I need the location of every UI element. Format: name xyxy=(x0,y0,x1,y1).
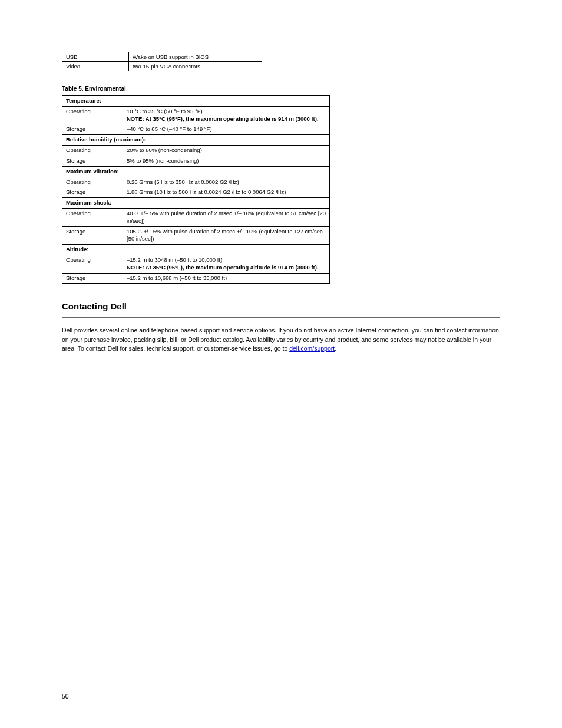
row-alt-op-label: Operating xyxy=(62,255,123,274)
cell-usb-label: USB xyxy=(62,52,129,62)
page-number: 50 xyxy=(62,693,69,700)
row-temp-st-value: –40 °C to 65 °C (–40 °F to 149 °F) xyxy=(123,124,330,135)
contacting-dell-paragraph: Dell provides several online and telepho… xyxy=(62,326,500,353)
row-shock-op-value: 40 G +/– 5% with pulse duration of 2 mse… xyxy=(123,208,330,226)
row-temp-header: Temperature: xyxy=(62,96,330,107)
environmental-table: Temperature: Operating 10 °C to 35 °C (5… xyxy=(62,95,330,284)
row-alt-op-value: –15.2 m to 3048 m (–50 ft to 10,000 ft) … xyxy=(123,255,330,274)
cell-video-label: Video xyxy=(62,62,129,71)
row-vib-st-label: Storage xyxy=(62,187,123,198)
row-shock-header: Maximum shock: xyxy=(62,198,330,209)
dell-support-link[interactable]: dell.com/support xyxy=(289,345,335,352)
row-vib-st-value: 1.88 Grms (10 Hz to 500 Hz at 0.0024 G2 … xyxy=(123,187,330,198)
row-temp-op-label: Operating xyxy=(62,106,123,124)
cell-usb-value: Wake on USB support in BIOS xyxy=(129,52,262,62)
row-shock-op-label: Operating xyxy=(62,208,123,226)
section-title: Contacting Dell xyxy=(62,301,500,311)
note-label: NOTE: xyxy=(127,116,144,122)
row-shock-st-value: 105 G +/– 5% with pulse duration of 2 ms… xyxy=(123,226,330,245)
row-hum-st-value: 5% to 95% (non-condensing) xyxy=(123,156,330,166)
alt-op-value-text: –15.2 m to 3048 m (–50 ft to 10,000 ft) xyxy=(127,256,222,263)
cell-video-value: two 15-pin VGA connectors xyxy=(129,62,262,71)
row-temp-op-value: 10 °C to 35 °C (50 °F to 95 °F) NOTE: At… xyxy=(123,106,330,124)
note-text-2: At 35°C (95°F), the maximum operating al… xyxy=(146,264,319,271)
row-temp-st-label: Storage xyxy=(62,124,123,135)
row-vib-op-value: 0.26 Grms (5 Hz to 350 Hz at 0.0002 G2 /… xyxy=(123,177,330,187)
env-table-caption: Table 5. Environmental xyxy=(62,85,500,92)
note-text: At 35°C (95°F), the maximum operating al… xyxy=(146,116,319,122)
row-vib-header: Maximum vibration: xyxy=(62,166,330,177)
row-alt-st-value: –15.2 m to 10,668 m (–50 ft to 35,000 ft… xyxy=(123,273,330,284)
note-label-2: NOTE: xyxy=(127,264,144,271)
row-vib-op-label: Operating xyxy=(62,177,123,187)
row-hum-header: Relative humidity (maximum): xyxy=(62,135,330,146)
row-alt-header: Altitude: xyxy=(62,245,330,255)
row-hum-st-label: Storage xyxy=(62,156,123,166)
row-alt-st-label: Storage xyxy=(62,273,123,284)
connectors-table: USB Wake on USB support in BIOS Video tw… xyxy=(62,52,262,71)
row-hum-op-value: 20% to 80% (non-condensing) xyxy=(123,146,330,156)
row-shock-st-label: Storage xyxy=(62,226,123,245)
temp-op-value-text: 10 °C to 35 °C (50 °F to 95 °F) xyxy=(127,108,203,114)
row-hum-op-label: Operating xyxy=(62,146,123,156)
para1-prefix: Dell provides several online and telepho… xyxy=(62,327,499,351)
section-divider xyxy=(62,317,500,318)
